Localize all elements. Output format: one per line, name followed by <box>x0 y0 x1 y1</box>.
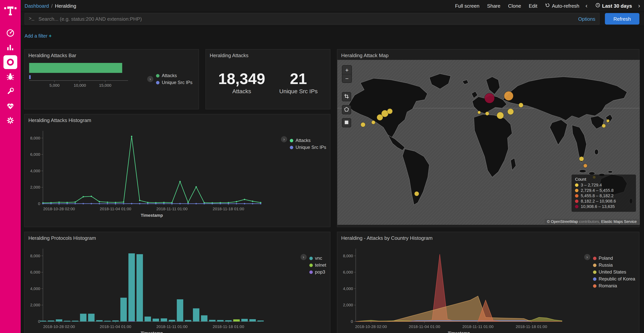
legend-item[interactable]: pop3 <box>309 269 326 275</box>
map-controls: + − <box>342 65 352 127</box>
sidebar-item-dashboards[interactable] <box>4 26 17 40</box>
attacks-bar-chart: 5,00010,00015,000 <box>28 61 142 97</box>
breadcrumb-dashboard-link[interactable]: Dashboard <box>24 3 49 9</box>
svg-text:2018-11-11 01:00: 2018-11-11 01:00 <box>462 324 494 329</box>
time-forward-button[interactable]: › <box>638 2 640 9</box>
legend-item[interactable]: Unique Src IPs <box>156 80 192 85</box>
crop-icon <box>344 93 349 100</box>
refresh-button[interactable]: Refresh <box>605 13 640 25</box>
legend-label: Attacks <box>296 138 311 143</box>
country-histogram-chart: 02,0004,0006,0008,0002018-10-28 02:00201… <box>339 242 565 333</box>
legend-color-dot <box>593 263 596 267</box>
map-legend-row: 10,908.6 – 13,635 <box>575 204 632 209</box>
svg-text:6,000: 6,000 <box>30 152 40 157</box>
svg-text:8,000: 8,000 <box>30 254 40 258</box>
share-button[interactable]: Share <box>487 3 500 9</box>
legend-item[interactable]: vnc <box>309 255 326 261</box>
legend-label: Unique Src IPs <box>296 145 326 150</box>
panel-title: Heralding Attacks Histogram <box>24 114 330 125</box>
query-bar: >_ Options Refresh <box>21 12 644 26</box>
panel-title: Heralding - Attacks by Country Histogram <box>337 232 639 242</box>
sidebar-item-attacks[interactable] <box>4 70 17 84</box>
svg-text:2018-11-18 01:00: 2018-11-18 01:00 <box>213 207 244 211</box>
legend-color-dot <box>156 74 160 77</box>
sidebar-item-visualize[interactable] <box>4 41 17 55</box>
legend-toggle-icon[interactable]: › <box>281 136 287 142</box>
edit-button[interactable]: Edit <box>529 3 538 9</box>
svg-text:10,000: 10,000 <box>74 83 86 88</box>
map-zoom-out-button[interactable]: − <box>342 74 352 83</box>
legend-item[interactable]: Russia <box>593 262 635 268</box>
main-area: Dashboard / Heralding Full screen Share … <box>21 0 644 333</box>
sidebar-item-tools[interactable] <box>4 84 17 98</box>
map-legend-label: 2,729.4 – 5,455.8 <box>581 188 614 193</box>
legend-item[interactable]: Attacks <box>156 73 192 78</box>
refresh-cycle-icon <box>545 3 550 9</box>
legend-toggle-icon[interactable]: › <box>584 254 590 260</box>
map-legend-title: Count <box>575 177 632 181</box>
legend-label: pop3 <box>315 269 325 275</box>
svg-text:8,000: 8,000 <box>30 136 40 140</box>
sidebar-item-health[interactable] <box>4 99 17 113</box>
legend-toggle-icon[interactable]: › <box>147 76 153 82</box>
wrench-icon <box>6 87 15 96</box>
legend-item[interactable]: Republic of Korea <box>593 276 635 282</box>
query-options-link[interactable]: Options <box>578 16 595 22</box>
sidebar-nav <box>4 25 17 128</box>
legend-label: Romania <box>598 283 617 288</box>
legend-item[interactable]: United States <box>593 269 635 275</box>
legend-item[interactable]: Attacks <box>290 138 326 143</box>
map-legend-dot <box>575 183 578 187</box>
svg-text:5,000: 5,000 <box>50 83 60 88</box>
breadcrumb-current: Heralding <box>55 3 76 9</box>
time-back-button[interactable]: ‹ <box>586 2 588 9</box>
legend-color-dot <box>593 270 596 274</box>
legend-item[interactable]: Romania <box>593 283 635 288</box>
svg-text:2,000: 2,000 <box>30 303 40 307</box>
svg-text:6,000: 6,000 <box>343 270 353 274</box>
svg-text:Timestamp: Timestamp <box>141 213 163 218</box>
svg-text:4,000: 4,000 <box>343 286 353 291</box>
map-draw-polygon-button[interactable] <box>342 105 351 114</box>
legend-item[interactable]: Poland <box>593 255 635 261</box>
breadcrumb-separator: / <box>51 3 52 9</box>
svg-text:8,000: 8,000 <box>343 254 353 258</box>
svg-text:2018-10-28 02:00: 2018-10-28 02:00 <box>43 324 75 329</box>
svg-text:Timestamp: Timestamp <box>448 331 470 333</box>
legend-item[interactable]: telnet <box>309 262 326 268</box>
svg-text:2018-10-28 02:00: 2018-10-28 02:00 <box>43 207 75 211</box>
sidebar-item-settings[interactable] <box>4 114 17 127</box>
metric-attacks: 18,349 Attacks <box>218 71 265 94</box>
legend-toggle-icon[interactable]: › <box>300 254 306 260</box>
map-draw-rectangle-button[interactable] <box>342 118 351 127</box>
add-filter-link[interactable]: Add a filter + <box>24 33 52 39</box>
svg-text:2,000: 2,000 <box>343 303 353 307</box>
time-range-button[interactable]: Last 30 days <box>595 3 632 9</box>
svg-text:0: 0 <box>351 319 353 323</box>
t-mobile-logo[interactable] <box>4 4 17 17</box>
legend-label: Unique Src IPs <box>162 80 192 85</box>
map-legend-row: 2,729.4 – 5,455.8 <box>575 188 632 193</box>
map-zoom-in-button[interactable]: + <box>342 66 352 74</box>
panel-title: Heralding Protocols Histogram <box>24 232 330 242</box>
map-fit-bounds-button[interactable] <box>342 92 351 101</box>
search-input[interactable] <box>38 16 574 22</box>
legend-item[interactable]: Unique Src IPs <box>290 145 326 150</box>
svg-text:0: 0 <box>38 201 40 206</box>
fullscreen-button[interactable]: Full screen <box>455 3 479 9</box>
auto-refresh-button[interactable]: Auto-refresh <box>545 3 580 9</box>
panel-attack-map: Heralding Attack Map <box>337 49 640 227</box>
legend-color-dot <box>309 263 312 267</box>
legend-label: Russia <box>598 262 612 268</box>
sidebar-item-heralding[interactable] <box>4 55 17 69</box>
clone-button[interactable]: Clone <box>508 3 521 9</box>
panel-attacks-metric: Heralding Attacks 18,349 Attacks 21 Uniq… <box>206 49 330 109</box>
legend-label: Attacks <box>162 73 177 78</box>
map-legend-label: 5,455.8 – 8,182.2 <box>581 193 614 198</box>
world-map[interactable]: + − <box>337 60 640 225</box>
svg-text:2018-10-28 02:00: 2018-10-28 02:00 <box>355 324 387 329</box>
svg-text:Timestamp: Timestamp <box>141 331 163 333</box>
metric-label: Unique Src IPs <box>279 88 318 94</box>
map-legend-dot <box>575 189 578 192</box>
panel-title: Heralding Attacks Bar <box>24 50 198 60</box>
